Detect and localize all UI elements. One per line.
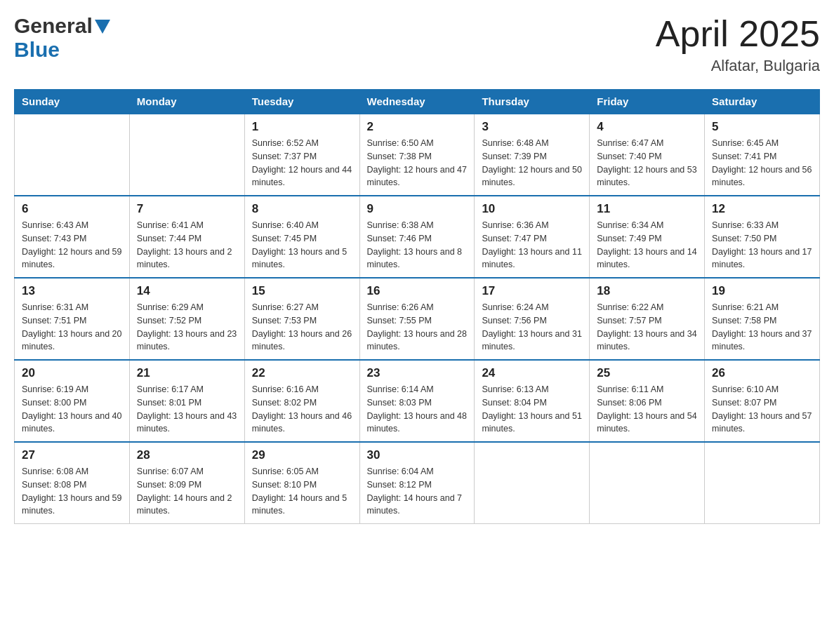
calendar-cell: 5Sunrise: 6:45 AMSunset: 7:41 PMDaylight…	[705, 114, 820, 196]
day-number: 27	[22, 448, 122, 462]
calendar-cell: 8Sunrise: 6:40 AMSunset: 7:45 PMDaylight…	[244, 196, 359, 278]
calendar-cell: 17Sunrise: 6:24 AMSunset: 7:56 PMDayligh…	[475, 278, 590, 360]
day-info: Sunrise: 6:52 AMSunset: 7:37 PMDaylight:…	[252, 137, 352, 189]
day-info: Sunrise: 6:11 AMSunset: 8:06 PMDaylight:…	[597, 383, 697, 436]
day-number: 21	[137, 366, 237, 380]
day-info: Sunrise: 6:22 AMSunset: 7:57 PMDaylight:…	[597, 301, 697, 354]
day-info: Sunrise: 6:26 AMSunset: 7:55 PMDaylight:…	[367, 301, 468, 354]
day-info: Sunrise: 6:04 AMSunset: 8:12 PMDaylight:…	[367, 465, 468, 518]
day-info: Sunrise: 6:31 AMSunset: 7:51 PMDaylight:…	[22, 301, 122, 354]
day-info: Sunrise: 6:45 AMSunset: 7:41 PMDaylight:…	[712, 137, 812, 189]
calendar-cell: 13Sunrise: 6:31 AMSunset: 7:51 PMDayligh…	[15, 278, 130, 360]
calendar-week-row: 20Sunrise: 6:19 AMSunset: 8:00 PMDayligh…	[15, 360, 820, 442]
calendar-cell: 12Sunrise: 6:33 AMSunset: 7:50 PMDayligh…	[705, 196, 820, 278]
day-number: 5	[712, 120, 812, 134]
calendar-cell	[590, 442, 705, 524]
calendar-cell: 19Sunrise: 6:21 AMSunset: 7:58 PMDayligh…	[705, 278, 820, 360]
title-area: April 2025 Alfatar, Bulgaria	[656, 14, 820, 75]
day-of-week-header: Friday	[590, 90, 705, 114]
day-number: 23	[367, 366, 468, 380]
calendar-subtitle: Alfatar, Bulgaria	[656, 57, 820, 75]
calendar-cell: 7Sunrise: 6:41 AMSunset: 7:44 PMDaylight…	[129, 196, 244, 278]
day-number: 8	[252, 202, 352, 216]
day-of-week-header: Sunday	[15, 90, 130, 114]
day-info: Sunrise: 6:29 AMSunset: 7:52 PMDaylight:…	[137, 301, 237, 354]
calendar-cell: 29Sunrise: 6:05 AMSunset: 8:10 PMDayligh…	[244, 442, 359, 524]
day-info: Sunrise: 6:17 AMSunset: 8:01 PMDaylight:…	[137, 383, 237, 436]
calendar-cell: 27Sunrise: 6:08 AMSunset: 8:08 PMDayligh…	[15, 442, 130, 524]
calendar-cell	[475, 442, 590, 524]
day-info: Sunrise: 6:16 AMSunset: 8:02 PMDaylight:…	[252, 383, 352, 436]
day-number: 4	[597, 120, 697, 134]
day-number: 28	[137, 448, 237, 462]
day-number: 17	[482, 284, 582, 298]
day-number: 25	[597, 366, 697, 380]
day-number: 10	[482, 202, 582, 216]
calendar-cell: 10Sunrise: 6:36 AMSunset: 7:47 PMDayligh…	[475, 196, 590, 278]
day-number: 13	[22, 284, 122, 298]
day-info: Sunrise: 6:27 AMSunset: 7:53 PMDaylight:…	[252, 301, 352, 354]
calendar-cell: 22Sunrise: 6:16 AMSunset: 8:02 PMDayligh…	[244, 360, 359, 442]
day-of-week-header: Tuesday	[244, 90, 359, 114]
logo-triangle-icon	[95, 20, 110, 36]
calendar-week-row: 6Sunrise: 6:43 AMSunset: 7:43 PMDaylight…	[15, 196, 820, 278]
calendar-cell: 3Sunrise: 6:48 AMSunset: 7:39 PMDaylight…	[475, 114, 590, 196]
day-number: 14	[137, 284, 237, 298]
calendar-cell: 28Sunrise: 6:07 AMSunset: 8:09 PMDayligh…	[129, 442, 244, 524]
day-number: 15	[252, 284, 352, 298]
calendar-cell: 20Sunrise: 6:19 AMSunset: 8:00 PMDayligh…	[15, 360, 130, 442]
day-info: Sunrise: 6:41 AMSunset: 7:44 PMDaylight:…	[137, 219, 237, 271]
day-of-week-header: Monday	[129, 90, 244, 114]
day-number: 18	[597, 284, 697, 298]
calendar-cell: 18Sunrise: 6:22 AMSunset: 7:57 PMDayligh…	[590, 278, 705, 360]
calendar-cell: 2Sunrise: 6:50 AMSunset: 7:38 PMDaylight…	[359, 114, 475, 196]
day-number: 20	[22, 366, 122, 380]
calendar-cell: 24Sunrise: 6:13 AMSunset: 8:04 PMDayligh…	[475, 360, 590, 442]
calendar-title: April 2025	[656, 14, 820, 54]
day-number: 7	[137, 202, 237, 216]
day-info: Sunrise: 6:14 AMSunset: 8:03 PMDaylight:…	[367, 383, 468, 436]
page-header: General Blue April 2025 Alfatar, Bulgari…	[14, 14, 820, 75]
calendar-cell	[129, 114, 244, 196]
calendar-cell: 11Sunrise: 6:34 AMSunset: 7:49 PMDayligh…	[590, 196, 705, 278]
day-info: Sunrise: 6:10 AMSunset: 8:07 PMDaylight:…	[712, 383, 812, 436]
calendar-cell: 26Sunrise: 6:10 AMSunset: 8:07 PMDayligh…	[705, 360, 820, 442]
day-number: 6	[22, 202, 122, 216]
calendar-cell	[705, 442, 820, 524]
calendar-cell: 1Sunrise: 6:52 AMSunset: 7:37 PMDaylight…	[244, 114, 359, 196]
calendar-cell: 4Sunrise: 6:47 AMSunset: 7:40 PMDaylight…	[590, 114, 705, 196]
day-of-week-header: Wednesday	[359, 90, 475, 114]
calendar-week-row: 13Sunrise: 6:31 AMSunset: 7:51 PMDayligh…	[15, 278, 820, 360]
day-number: 12	[712, 202, 812, 216]
day-number: 3	[482, 120, 582, 134]
day-info: Sunrise: 6:40 AMSunset: 7:45 PMDaylight:…	[252, 219, 352, 271]
calendar-cell: 30Sunrise: 6:04 AMSunset: 8:12 PMDayligh…	[359, 442, 475, 524]
day-number: 26	[712, 366, 812, 380]
calendar-week-row: 1Sunrise: 6:52 AMSunset: 7:37 PMDaylight…	[15, 114, 820, 196]
day-of-week-header: Thursday	[475, 90, 590, 114]
day-number: 30	[367, 448, 468, 462]
calendar-cell	[15, 114, 130, 196]
day-info: Sunrise: 6:05 AMSunset: 8:10 PMDaylight:…	[252, 465, 352, 518]
day-info: Sunrise: 6:19 AMSunset: 8:00 PMDaylight:…	[22, 383, 122, 436]
day-info: Sunrise: 6:36 AMSunset: 7:47 PMDaylight:…	[482, 219, 582, 271]
day-number: 29	[252, 448, 352, 462]
calendar-cell: 21Sunrise: 6:17 AMSunset: 8:01 PMDayligh…	[129, 360, 244, 442]
day-number: 11	[597, 202, 697, 216]
day-info: Sunrise: 6:43 AMSunset: 7:43 PMDaylight:…	[22, 219, 122, 271]
day-info: Sunrise: 6:47 AMSunset: 7:40 PMDaylight:…	[597, 137, 697, 189]
day-number: 22	[252, 366, 352, 380]
day-info: Sunrise: 6:34 AMSunset: 7:49 PMDaylight:…	[597, 219, 697, 271]
day-info: Sunrise: 6:33 AMSunset: 7:50 PMDaylight:…	[712, 219, 812, 271]
day-of-week-header: Saturday	[705, 90, 820, 114]
day-number: 1	[252, 120, 352, 134]
day-info: Sunrise: 6:50 AMSunset: 7:38 PMDaylight:…	[367, 137, 468, 189]
calendar-cell: 14Sunrise: 6:29 AMSunset: 7:52 PMDayligh…	[129, 278, 244, 360]
day-number: 9	[367, 202, 468, 216]
day-info: Sunrise: 6:24 AMSunset: 7:56 PMDaylight:…	[482, 301, 582, 354]
day-info: Sunrise: 6:21 AMSunset: 7:58 PMDaylight:…	[712, 301, 812, 354]
calendar-header-row: SundayMondayTuesdayWednesdayThursdayFrid…	[15, 90, 820, 114]
calendar-table: SundayMondayTuesdayWednesdayThursdayFrid…	[14, 89, 820, 524]
day-number: 2	[367, 120, 468, 134]
logo-general-text: General	[14, 14, 93, 38]
